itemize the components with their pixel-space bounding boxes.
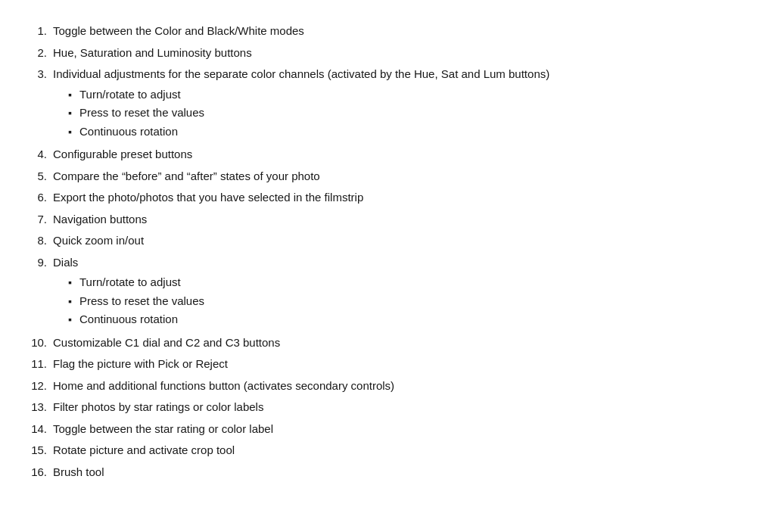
list-item-content-10: Customizable C1 dial and C2 and C3 butto… [53, 334, 749, 352]
list-item-content-1: Toggle between the Color and Black/White… [53, 23, 749, 40]
list-item-16: Brush tool [23, 464, 749, 481]
list-item-text-10: Customizable C1 dial and C2 and C3 butto… [53, 336, 280, 349]
list-item-13: Filter photos by star ratings or color l… [23, 399, 749, 416]
list-item-content-9: DialsTurn/rotate to adjustPress to reset… [53, 254, 749, 330]
sub-list-item-text: Press to reset the values [79, 104, 204, 122]
list-item-content-5: Compare the “before” and “after” states … [53, 168, 749, 185]
list-item-text-6: Export the photo/photos that you have se… [53, 191, 363, 204]
sub-list-item: Turn/rotate to adjust [68, 274, 749, 291]
list-item-text-8: Quick zoom in/out [53, 234, 144, 247]
sub-list-item-text: Continuous rotation [79, 311, 178, 328]
list-item-content-11: Flag the picture with Pick or Reject [53, 356, 749, 373]
list-item-12: Home and additional functions button (ac… [23, 378, 749, 395]
list-item-content-6: Export the photo/photos that you have se… [53, 189, 749, 207]
list-item-10: Customizable C1 dial and C2 and C3 butto… [23, 334, 749, 352]
list-item-7: Navigation buttons [23, 211, 749, 229]
list-item-content-12: Home and additional functions button (ac… [53, 378, 749, 395]
list-item-text-14: Toggle between the star rating or color … [53, 422, 273, 435]
list-item-text-1: Toggle between the Color and Black/White… [53, 24, 304, 37]
list-item-text-11: Flag the picture with Pick or Reject [53, 357, 228, 370]
list-item-content-15: Rotate picture and activate crop tool [53, 442, 749, 459]
list-item-text-13: Filter photos by star ratings or color l… [53, 400, 263, 413]
list-item-text-7: Navigation buttons [53, 213, 147, 226]
list-item-text-2: Hue, Saturation and Luminosity buttons [53, 46, 252, 59]
list-item-text-12: Home and additional functions button (ac… [53, 379, 394, 392]
list-item-content-16: Brush tool [53, 464, 749, 481]
sub-list-9: Turn/rotate to adjustPress to reset the … [68, 274, 749, 328]
sub-list-item: Turn/rotate to adjust [68, 86, 749, 104]
list-item-text-9: Dials [53, 256, 78, 269]
list-item-9: DialsTurn/rotate to adjustPress to reset… [23, 254, 749, 330]
list-item-content-2: Hue, Saturation and Luminosity buttons [53, 45, 749, 62]
sub-list-item-text: Continuous rotation [79, 123, 178, 141]
sub-list-item: Continuous rotation [68, 311, 749, 328]
list-item-text-4: Configurable preset buttons [53, 148, 192, 160]
list-item-15: Rotate picture and activate crop tool [23, 442, 749, 459]
list-item-3: Individual adjustments for the separate … [23, 66, 749, 142]
sub-list-item-text: Turn/rotate to adjust [79, 86, 181, 104]
list-item-1: Toggle between the Color and Black/White… [23, 23, 749, 40]
sub-list-item: Press to reset the values [68, 293, 749, 310]
sub-list-item: Continuous rotation [68, 123, 749, 141]
list-item-text-15: Rotate picture and activate crop tool [53, 443, 235, 456]
main-list: Toggle between the Color and Black/White… [23, 23, 749, 481]
list-item-11: Flag the picture with Pick or Reject [23, 356, 749, 373]
list-item-content-14: Toggle between the star rating or color … [53, 421, 749, 438]
list-item-content-13: Filter photos by star ratings or color l… [53, 399, 749, 416]
list-item-content-3: Individual adjustments for the separate … [53, 66, 749, 142]
sub-list-item-text: Press to reset the values [79, 293, 204, 310]
list-item-text-5: Compare the “before” and “after” states … [53, 170, 320, 182]
list-item-4: Configurable preset buttons [23, 146, 749, 163]
sub-list-3: Turn/rotate to adjustPress to reset the … [68, 86, 749, 141]
list-item-text-16: Brush tool [53, 465, 104, 478]
list-item-14: Toggle between the star rating or color … [23, 421, 749, 438]
list-item-text-3: Individual adjustments for the separate … [53, 67, 549, 80]
list-item-content-7: Navigation buttons [53, 211, 749, 229]
list-item-content-8: Quick zoom in/out [53, 232, 749, 250]
list-item-6: Export the photo/photos that you have se… [23, 189, 749, 207]
list-item-content-4: Configurable preset buttons [53, 146, 749, 163]
list-item-5: Compare the “before” and “after” states … [23, 168, 749, 185]
list-item-8: Quick zoom in/out [23, 232, 749, 250]
list-item-2: Hue, Saturation and Luminosity buttons [23, 45, 749, 62]
sub-list-item: Press to reset the values [68, 104, 749, 122]
content-area: Toggle between the Color and Black/White… [23, 15, 749, 493]
sub-list-item-text: Turn/rotate to adjust [79, 274, 181, 291]
